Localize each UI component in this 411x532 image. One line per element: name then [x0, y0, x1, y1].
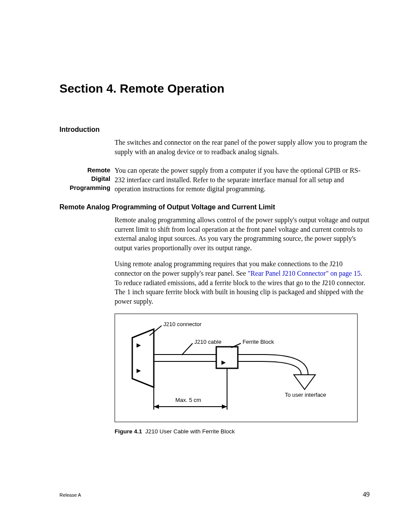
- label-ferrite-block: Ferrite Block: [243, 339, 274, 345]
- remote-analog-p2: Using remote analog programming requires…: [115, 259, 370, 306]
- label-user-interface: To user interface: [285, 392, 326, 398]
- svg-marker-0: [132, 329, 154, 387]
- svg-marker-6: [221, 361, 226, 365]
- svg-marker-2: [137, 369, 141, 373]
- svg-marker-1: [137, 343, 141, 348]
- intro-heading: Introduction: [59, 126, 370, 134]
- svg-marker-7: [294, 375, 315, 389]
- remote-analog-p1: Remote analog programming allows control…: [115, 215, 370, 252]
- section-title: Section 4. Remote Operation: [59, 82, 370, 96]
- label-max-5cm: Max. 5 cm: [175, 397, 201, 403]
- svg-rect-5: [216, 347, 238, 368]
- label-j210-cable: J210 cable: [194, 339, 221, 345]
- label-j210-connector: J210 connector: [163, 321, 202, 327]
- footer-release: Release A: [59, 492, 81, 498]
- svg-marker-12: [154, 404, 159, 409]
- svg-line-9: [182, 343, 193, 355]
- rear-panel-link[interactable]: "Rear Panel J210 Connector" on page 15: [248, 270, 361, 277]
- figure-caption: Figure 4.1 J210 User Cable with Ferrite …: [115, 428, 370, 435]
- remote-analog-heading: Remote Analog Programming of Output Volt…: [59, 203, 370, 211]
- svg-marker-13: [222, 404, 227, 409]
- remote-digital-label: Remote Digital Programming: [59, 166, 115, 194]
- figure-diagram: J210 connector J210 cable Ferrite Block …: [115, 314, 358, 422]
- intro-text: The switches and connector on the rear p…: [115, 138, 370, 156]
- footer-page-number: 49: [363, 491, 370, 498]
- remote-digital-text: You can operate the power supply from a …: [115, 166, 370, 194]
